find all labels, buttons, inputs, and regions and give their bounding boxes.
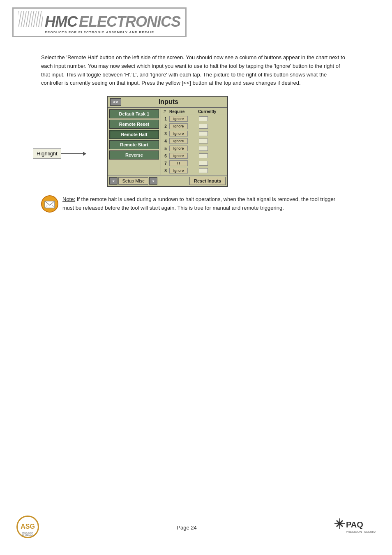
logo-hmc-text: HMC — [45, 13, 77, 30]
indicator-6 — [199, 153, 208, 158]
indicator-4 — [199, 139, 208, 143]
note-body-text: If the remote halt is used during a rund… — [62, 196, 335, 211]
ignore-btn-3[interactable]: Ignore — [169, 131, 188, 136]
note-label: Note: — [62, 196, 75, 202]
table-row: 8 Ignore — [163, 167, 226, 174]
row-5-indicator — [197, 145, 226, 152]
indicator-1 — [199, 116, 208, 121]
highlight-annotation: Highlight — [33, 148, 86, 159]
ignore-btn-8[interactable]: Ignore — [169, 168, 188, 173]
note-section: Note: If the remote halt is used during … — [41, 195, 345, 214]
row-4-indicator — [197, 137, 226, 145]
xpaq-logo-icon: PAQ PRECISION | ACCURACY | QUALITY — [334, 518, 376, 537]
col-header-num: # — [163, 109, 168, 115]
table-row: 5 Ignore — [163, 145, 226, 152]
indicator-3 — [199, 131, 208, 136]
row-7-num: 7 — [163, 160, 168, 167]
page-number: Page 24 — [177, 525, 196, 531]
row-1-ignore[interactable]: Ignore — [168, 115, 197, 123]
highlight-arrow-icon — [61, 153, 86, 154]
col-header-currently: Currently — [197, 109, 226, 115]
xpaq-logo: PAQ PRECISION | ACCURACY | QUALITY — [334, 518, 376, 537]
default-task-1-button[interactable]: Default Task 1 — [109, 109, 159, 118]
reverse-button[interactable]: Reverse — [109, 150, 159, 160]
setup-misc-label: Setup Misc — [118, 177, 148, 185]
row-2-ignore[interactable]: Ignore — [168, 123, 197, 130]
ignore-btn-6[interactable]: Ignore — [169, 153, 188, 159]
col-header-require: Require — [168, 109, 197, 115]
asg-logo-icon: ASG PRECISION FASTENING — [16, 516, 39, 538]
row-3-indicator — [197, 130, 226, 137]
hmc-stripes-icon — [18, 11, 43, 27]
row-8-indicator — [197, 167, 226, 174]
indicator-2 — [199, 124, 208, 129]
table-row: 7 H — [163, 160, 226, 167]
row-4-ignore[interactable]: Ignore — [168, 137, 197, 145]
row-1-num: 1 — [163, 115, 168, 123]
row-3-ignore[interactable]: Ignore — [168, 130, 197, 137]
inputs-panel-title: Inputs — [125, 98, 212, 106]
row-6-indicator — [197, 152, 226, 160]
body-paragraph: Select the 'Remote Halt' button on the l… — [41, 53, 345, 88]
ignore-btn-1[interactable]: Ignore — [169, 116, 188, 122]
table-row: 4 Ignore — [163, 137, 226, 145]
page-header: HMC ELECTRONICS PRODUCTS FOR ELECTRONIC … — [0, 0, 392, 41]
row-7-indicator — [197, 160, 226, 167]
ignore-btn-4[interactable]: Ignore — [169, 138, 188, 144]
row-5-num: 5 — [163, 145, 168, 152]
ignore-btn-5[interactable]: Ignore — [169, 146, 188, 151]
back-button[interactable]: << — [110, 98, 121, 106]
inputs-right-column: # Require Currently 1 Ignore — [161, 108, 227, 175]
row-2-indicator — [197, 123, 226, 130]
row-4-num: 4 — [163, 137, 168, 145]
inputs-left-column: Default Task 1 Remote Reset Remote Halt … — [108, 108, 161, 175]
table-row: 1 Ignore — [163, 115, 226, 123]
inputs-panel-header: << Inputs — [108, 97, 227, 108]
remote-reset-button[interactable]: Remote Reset — [109, 120, 159, 129]
row-8-ignore[interactable]: Ignore — [168, 167, 197, 174]
note-icon — [41, 195, 58, 214]
logo-tagline: PRODUCTS FOR ELECTRONIC ASSEMBLY AND REP… — [45, 30, 180, 34]
svg-rect-1 — [18, 11, 43, 27]
row-5-ignore[interactable]: Ignore — [168, 145, 197, 152]
inputs-table: # Require Currently 1 Ignore — [163, 109, 226, 174]
remote-halt-button[interactable]: Remote Halt — [109, 130, 159, 139]
prev-page-button[interactable]: < — [109, 177, 118, 185]
row-6-ignore[interactable]: Ignore — [168, 152, 197, 160]
table-row: 2 Ignore — [163, 123, 226, 130]
indicator-5 — [199, 146, 208, 151]
next-page-button[interactable]: > — [149, 177, 157, 185]
table-row: 3 Ignore — [163, 130, 226, 137]
row-2-num: 2 — [163, 123, 168, 130]
reset-inputs-button[interactable]: Reset Inputs — [189, 177, 226, 185]
main-content: Select the 'Remote Halt' button on the l… — [0, 41, 392, 222]
row-1-indicator — [197, 115, 226, 123]
svg-text:ASG: ASG — [21, 523, 35, 530]
indicator-8 — [199, 168, 208, 173]
logo-container: HMC ELECTRONICS PRODUCTS FOR ELECTRONIC … — [12, 7, 187, 37]
row-8-num: 8 — [163, 167, 168, 174]
row-3-num: 3 — [163, 130, 168, 137]
indicator-7 — [199, 161, 208, 166]
svg-text:FASTENING: FASTENING — [22, 534, 33, 536]
logo-electronics-text: ELECTRONICS — [79, 13, 180, 30]
inputs-panel-body: Default Task 1 Remote Reset Remote Halt … — [108, 108, 227, 175]
ui-panel-wrapper: Highlight << Inputs Default Task 1 Remot… — [41, 96, 367, 187]
highlight-label: Highlight — [33, 148, 61, 159]
note-text: Note: If the remote halt is used during … — [62, 195, 345, 213]
inputs-panel-footer: < Setup Misc > Reset Inputs — [108, 175, 227, 186]
page-footer: ASG PRECISION FASTENING Page 24 PAQ PREC… — [0, 512, 392, 543]
ignore-btn-2[interactable]: Ignore — [169, 123, 188, 129]
note-envelope-icon — [41, 195, 58, 213]
row-7-ignore[interactable]: H — [168, 160, 197, 167]
inputs-panel: << Inputs Default Task 1 Remote Reset Re… — [107, 96, 228, 187]
svg-text:PRECISION | ACCURACY | QUALITY: PRECISION | ACCURACY | QUALITY — [346, 530, 376, 534]
row-6-num: 6 — [163, 152, 168, 160]
asg-logo: ASG PRECISION FASTENING — [16, 516, 39, 539]
ignore-btn-7[interactable]: H — [169, 160, 188, 166]
svg-text:PAQ: PAQ — [346, 520, 363, 529]
table-row: 6 Ignore — [163, 152, 226, 160]
remote-start-button[interactable]: Remote Start — [109, 140, 159, 149]
